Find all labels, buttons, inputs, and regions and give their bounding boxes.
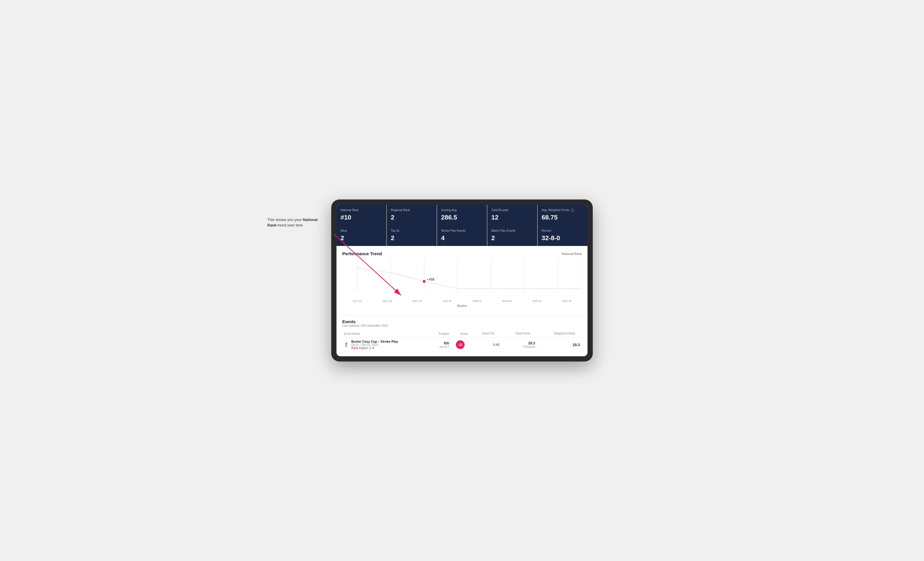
- events-section: Events Last updated: 24th November 2023 …: [336, 315, 588, 356]
- stat-stroke-play-events: Stroke Play Events 4: [437, 225, 487, 246]
- col-event-name: Event Name: [342, 330, 430, 337]
- events-last-updated: Last updated: 24th November 2023: [342, 324, 582, 327]
- stat-match-play-events: Match Play Events 2: [487, 225, 537, 246]
- col-score: Score: [451, 330, 470, 337]
- event-position: 6th out of 7: [430, 337, 451, 352]
- chart-axis-label: Months: [342, 304, 582, 308]
- info-icon-total-points[interactable]: i: [531, 332, 535, 335]
- col-weighted-points: Weighted Points i: [537, 330, 582, 337]
- page-wrapper: This shows you your National Rank trend …: [331, 199, 593, 362]
- info-icon-event-sg[interactable]: i: [496, 332, 500, 335]
- stat-total-rounds: Total Rounds 12: [487, 205, 537, 225]
- stats-row-1: National Rank #10 Regional Rank 2 Scorin…: [336, 205, 588, 225]
- event-name-cell: 🏌 Buster Cozy Cup – Stroke Play Oct 9 – …: [342, 337, 430, 352]
- chart-label-dec23: DEC 23: [402, 300, 432, 302]
- tablet-frame: National Rank #10 Regional Rank 2 Scorin…: [331, 199, 593, 362]
- chart-label-nov23: NOV 23: [372, 300, 402, 302]
- performance-trend-label: National Rank: [562, 252, 582, 256]
- stat-wins: Wins 2: [336, 225, 387, 246]
- tablet-screen: National Rank #10 Regional Rank 2 Scorin…: [336, 205, 588, 357]
- chart-svg: • #10: [342, 260, 582, 297]
- performance-chart: • #10: [342, 260, 582, 297]
- event-sg: 0.45: [470, 337, 501, 352]
- events-table-header-row: Event Name Position Score Event SG i Tot…: [342, 330, 582, 337]
- col-event-sg: Event SG i: [470, 330, 501, 337]
- col-position: Position: [430, 330, 451, 337]
- total-points-cell: 28.3 3 Rounds: [501, 337, 537, 352]
- event-date: Oct 9 – Oct 10, 2023: [351, 343, 398, 346]
- stats-row-2: Wins 2 Top 3s 2 Stroke Play Events 4 Mat…: [336, 225, 588, 246]
- chart-label-feb24: FEB 24: [462, 300, 492, 302]
- chart-label-jan24: JAN 24: [432, 300, 462, 302]
- event-score: -22: [451, 337, 470, 352]
- info-icon-weighted-points[interactable]: i: [576, 332, 580, 335]
- events-title: Events: [342, 319, 582, 324]
- stat-record: Record 32-8-0: [537, 225, 588, 246]
- info-icon-avg-weighted[interactable]: i: [571, 208, 574, 212]
- performance-trend-section: Performance Trend National Rank: [336, 246, 588, 315]
- stat-scoring-avg: Scoring Avg. 286.5: [437, 205, 487, 225]
- event-type-icon: 🏌: [344, 343, 349, 347]
- event-name: Buster Cozy Cup – Stroke Play: [351, 340, 398, 343]
- chart-label-apr24: APR 24: [522, 300, 552, 302]
- chart-label-oct23: OCT 23: [342, 300, 372, 302]
- annotation-text: This shows you your National Rank trend …: [267, 217, 326, 228]
- weighted-points-cell: 28.3: [537, 337, 582, 352]
- performance-trend-title: Performance Trend: [342, 251, 382, 256]
- stat-avg-weighted-points: Avg. Weighted Points i 68.75: [537, 205, 588, 225]
- stat-top3s: Top 3s 2: [387, 225, 437, 246]
- chart-data-point: [423, 280, 426, 283]
- event-row-1: 🏌 Buster Cozy Cup – Stroke Play Oct 9 – …: [342, 337, 582, 352]
- col-total-points: Total Points i: [501, 330, 537, 337]
- chart-label-may24: MAY 24: [552, 300, 582, 302]
- chart-x-labels: OCT 23 NOV 23 DEC 23 JAN 24 FEB 24 MAR 2…: [342, 299, 582, 304]
- chart-rank-label: • #10: [427, 278, 434, 281]
- stat-regional-rank: Regional Rank 2: [387, 205, 437, 225]
- events-table: Event Name Position Score Event SG i Tot…: [342, 330, 582, 352]
- chart-label-mar24: MAR 24: [492, 300, 522, 302]
- performance-trend-header: Performance Trend National Rank: [342, 251, 582, 256]
- rank-impact: Rank Impact: 3 ▼: [351, 346, 398, 350]
- score-badge: -22: [456, 340, 465, 349]
- stat-national-rank: National Rank #10: [336, 205, 387, 225]
